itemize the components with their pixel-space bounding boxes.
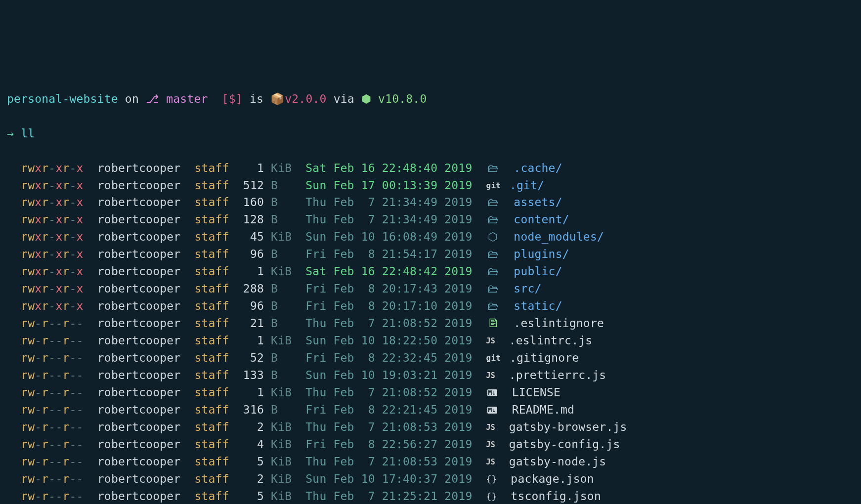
- size-unit: B: [271, 196, 292, 209]
- file-date: Thu Feb 7 21:08:52 2019: [305, 317, 472, 330]
- file-name: src/: [514, 282, 541, 295]
- owner: robertcooper: [97, 299, 181, 312]
- js-icon: JS: [486, 422, 495, 433]
- markdown-icon: M↓: [487, 407, 497, 414]
- folder-icon: 🗁: [486, 297, 500, 315]
- list-item: rw-r--r-- robertcooper staff 2 KiB Sun F…: [7, 470, 854, 488]
- size-value: 128: [243, 213, 264, 226]
- list-item: rwxr-xr-x robertcooper staff 45 KiB Sun …: [7, 228, 854, 246]
- size-unit: B: [271, 403, 292, 416]
- owner: robertcooper: [97, 282, 181, 295]
- file-name: package.json: [511, 472, 594, 485]
- size-unit: KiB: [271, 265, 292, 278]
- list-item: rwxr-xr-x robertcooper staff 1 KiB Sat F…: [7, 263, 854, 280]
- terminal[interactable]: personal-website on ⎇ master [$] is 📦v2.…: [7, 73, 854, 504]
- size-unit: B: [271, 248, 292, 260]
- size-value: 2: [243, 420, 264, 433]
- prompt-is: is: [250, 92, 263, 105]
- owner: robertcooper: [97, 317, 181, 330]
- size-value: 316: [243, 403, 264, 416]
- branch-name: master: [166, 92, 208, 105]
- list-item: rwxr-xr-x robertcooper staff 1 KiB Sat F…: [7, 160, 854, 177]
- size-unit: B: [271, 351, 292, 364]
- size-unit: KiB: [271, 230, 292, 243]
- owner: robertcooper: [97, 386, 181, 399]
- file-date: Fri Feb 8 22:32:45 2019: [305, 351, 472, 364]
- list-item: rw-r--r-- robertcooper staff 21 B Thu Fe…: [7, 315, 854, 332]
- owner: robertcooper: [97, 265, 181, 278]
- size-value: 160: [243, 196, 264, 209]
- owner: robertcooper: [97, 230, 181, 243]
- size-unit: KiB: [271, 472, 292, 485]
- file-date: Sun Feb 10 18:22:50 2019: [305, 334, 472, 347]
- prompt-line-2: → ll: [7, 125, 854, 142]
- group: staff: [194, 248, 229, 260]
- prompt-dir: personal-website: [7, 92, 118, 105]
- group: staff: [194, 179, 229, 192]
- command[interactable]: ll: [21, 127, 35, 140]
- group: staff: [194, 162, 229, 174]
- size-value: 133: [243, 369, 264, 381]
- size-unit: B: [271, 369, 292, 381]
- file-date: Thu Feb 7 21:08:53 2019: [305, 420, 472, 433]
- list-item: rwxr-xr-x robertcooper staff 96 B Fri Fe…: [7, 297, 854, 315]
- group: staff: [194, 438, 229, 451]
- size-value: 2: [243, 472, 264, 485]
- file-date: Sat Feb 16 22:48:42 2019: [305, 265, 472, 278]
- file-name: assets/: [514, 196, 562, 209]
- owner: robertcooper: [97, 490, 181, 503]
- file-date: Sat Feb 16 22:48:40 2019: [305, 162, 472, 174]
- owner: robertcooper: [97, 403, 181, 416]
- file-name: plugins/: [514, 248, 569, 260]
- size-unit: KiB: [271, 490, 292, 503]
- group: staff: [194, 351, 229, 364]
- file-date: Thu Feb 7 21:08:52 2019: [305, 386, 472, 399]
- group: staff: [194, 386, 229, 399]
- size-unit: KiB: [271, 162, 292, 174]
- size-value: 45: [243, 230, 264, 243]
- file-date: Sun Feb 10 16:08:49 2019: [305, 230, 472, 243]
- file-date: Thu Feb 7 21:34:49 2019: [305, 196, 472, 209]
- file-listing: rwxr-xr-x robertcooper staff 1 KiB Sat F…: [7, 160, 854, 504]
- file-date: Thu Feb 7 21:34:49 2019: [305, 213, 472, 226]
- list-item: rwxr-xr-x robertcooper staff 512 B Sun F…: [7, 177, 854, 194]
- markdown-icon: M↓: [487, 389, 497, 396]
- size-unit: KiB: [271, 420, 292, 433]
- size-value: 1: [243, 162, 264, 174]
- group: staff: [194, 334, 229, 347]
- file-name: public/: [514, 265, 562, 278]
- owner: robertcooper: [97, 213, 181, 226]
- node-icon: ⬡: [486, 228, 500, 246]
- file-date: Fri Feb 8 22:21:45 2019: [305, 403, 472, 416]
- file-name: static/: [514, 299, 562, 312]
- folder-icon: 🗁: [486, 246, 500, 263]
- file-date: Fri Feb 8 20:17:10 2019: [305, 299, 472, 312]
- prompt-via: via: [334, 92, 354, 105]
- file-name: .eslintrc.js: [509, 334, 593, 347]
- size-value: 288: [243, 282, 264, 295]
- folder-icon: 🗁: [486, 263, 500, 280]
- file-date: Fri Feb 8 20:17:43 2019: [305, 282, 472, 295]
- list-item: rw-r--r-- robertcooper staff 4 KiB Fri F…: [7, 436, 854, 453]
- file-name: content/: [514, 213, 569, 226]
- list-item: rw-r--r-- robertcooper staff 316 B Fri F…: [7, 401, 854, 419]
- file-date: Fri Feb 8 22:56:27 2019: [305, 438, 472, 451]
- file-date: Sun Feb 10 17:40:37 2019: [305, 472, 472, 485]
- file-name: README.md: [512, 403, 574, 416]
- prompt-line-1: personal-website on ⎇ master [$] is 📦v2.…: [7, 90, 854, 108]
- file-name: LICENSE: [512, 386, 560, 399]
- size-unit: KiB: [271, 334, 292, 347]
- file-date: Thu Feb 7 21:08:53 2019: [305, 455, 472, 468]
- file-name: .cache/: [514, 162, 562, 174]
- size-unit: KiB: [271, 438, 292, 451]
- group: staff: [194, 282, 229, 295]
- folder-icon: 🗁: [486, 211, 500, 228]
- file-name: .git/: [510, 179, 544, 192]
- folder-icon: 🗁: [486, 160, 500, 177]
- git-icon: git: [486, 352, 496, 364]
- list-item: rw-r--r-- robertcooper staff 133 B Sun F…: [7, 367, 854, 384]
- size-value: 1: [243, 386, 264, 399]
- file-date: Fri Feb 8 21:54:17 2019: [305, 248, 472, 260]
- group: staff: [194, 403, 229, 416]
- group: staff: [194, 317, 229, 330]
